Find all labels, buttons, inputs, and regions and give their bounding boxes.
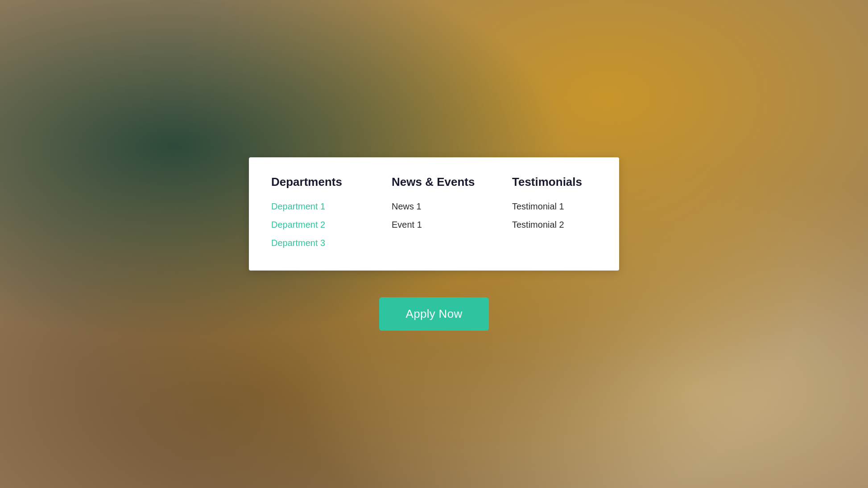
page-container: Departments Department 1 Department 2 De…	[0, 0, 868, 488]
department-3-link[interactable]: Department 3	[271, 238, 356, 248]
apply-now-button[interactable]: Apply Now	[379, 297, 489, 331]
news-events-links: News 1 Event 1	[392, 201, 476, 230]
mega-menu: Departments Department 1 Department 2 De…	[249, 157, 619, 271]
departments-links: Department 1 Department 2 Department 3	[271, 201, 356, 248]
event-1-link[interactable]: Event 1	[392, 220, 476, 230]
testimonials-title: Testimonials	[512, 175, 597, 189]
testimonials-section: Testimonials Testimonial 1 Testimonial 2	[512, 175, 597, 248]
departments-section: Departments Department 1 Department 2 De…	[271, 175, 356, 248]
testimonial-2-link[interactable]: Testimonial 2	[512, 220, 597, 230]
news-events-section: News & Events News 1 Event 1	[392, 175, 476, 248]
testimonials-links: Testimonial 1 Testimonial 2	[512, 201, 597, 230]
department-1-link[interactable]: Department 1	[271, 201, 356, 212]
news-events-title: News & Events	[392, 175, 476, 189]
testimonial-1-link[interactable]: Testimonial 1	[512, 201, 597, 212]
departments-title: Departments	[271, 175, 356, 189]
department-2-link[interactable]: Department 2	[271, 220, 356, 230]
news-1-link[interactable]: News 1	[392, 201, 476, 212]
